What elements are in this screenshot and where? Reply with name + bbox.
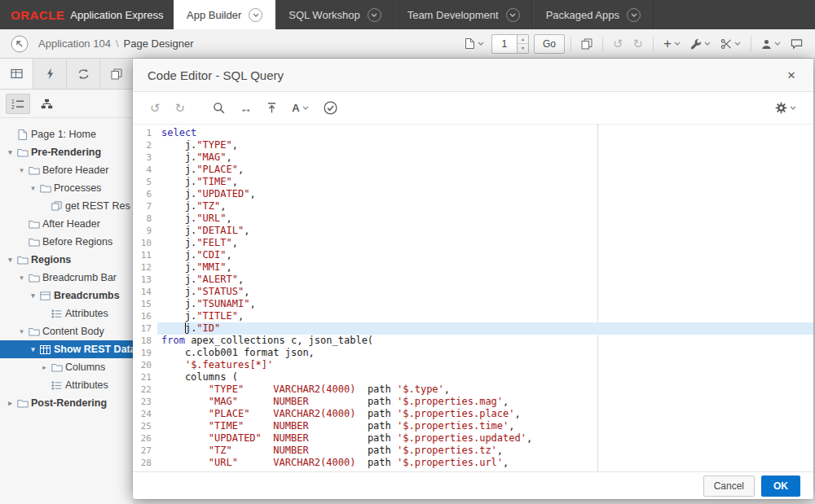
top-tab-sql-workshop[interactable]: SQL Workshop xyxy=(275,0,394,29)
tree-toggle-icon[interactable]: ▾ xyxy=(16,274,27,282)
code-line-20[interactable]: '$.features[*]' xyxy=(157,359,813,371)
top-tab-app-builder[interactable]: App Builder xyxy=(174,0,275,29)
view-order-button[interactable]: 12 xyxy=(6,94,30,114)
tree-item-before-regions[interactable]: Before Regions xyxy=(0,233,133,251)
code-line-5[interactable]: j."TIME", xyxy=(157,176,813,188)
editor-redo-button[interactable]: ↻ xyxy=(169,99,192,117)
code-line-28[interactable]: "URL" VARCHAR2(4000) path '$.properties.… xyxy=(157,457,813,469)
tree-item-show-rest-data[interactable]: ▾Show REST Data xyxy=(0,340,133,358)
editor-settings-button[interactable] xyxy=(769,99,803,117)
code-line-25[interactable]: "TIME" NUMBER path '$.properties.time', xyxy=(157,420,813,432)
code-line-13[interactable]: j."ALERT", xyxy=(157,274,813,286)
tree-item-attributes[interactable]: Attributes xyxy=(0,305,133,322)
code-line-19[interactable]: c.clob001 format json, xyxy=(157,347,813,359)
code-line-8[interactable]: j."URL", xyxy=(157,213,813,225)
view-layout-button[interactable] xyxy=(34,94,59,114)
top-tab-team-development[interactable]: Team Development xyxy=(394,0,533,29)
tree-item-breadcrumbs[interactable]: ▾Breadcrumbs xyxy=(0,287,133,305)
tree-item-label: Processes xyxy=(54,182,101,194)
editor-font-size-button[interactable]: A xyxy=(285,99,315,116)
page-select-button[interactable] xyxy=(460,34,488,53)
editor-validate-button[interactable] xyxy=(317,98,344,118)
code-line-17[interactable]: j."ID" xyxy=(157,322,813,335)
tree-item-breadcrumb-bar[interactable]: ▾Breadcrumb Bar xyxy=(0,269,133,287)
tree-item-regions[interactable]: ▾Regions xyxy=(0,251,133,269)
tree-toggle-icon[interactable]: ▾ xyxy=(28,345,38,353)
code-line-2[interactable]: j."TYPE", xyxy=(157,139,813,151)
code-line-24[interactable]: "PLACE" VARCHAR2(4000) path '$.propertie… xyxy=(157,408,813,420)
tree-toggle-icon[interactable]: ▸ xyxy=(5,399,15,407)
tree-item-pre-rendering[interactable]: ▾Pre-Rendering xyxy=(0,143,133,161)
page-number-input[interactable] xyxy=(491,34,518,54)
line-number: 16 xyxy=(133,310,157,322)
page-copy-button[interactable] xyxy=(577,35,597,53)
code-line-12[interactable]: j."MMI", xyxy=(157,261,813,274)
page-number-down-button[interactable]: ▾ xyxy=(518,44,528,53)
ok-button[interactable]: OK xyxy=(761,476,800,497)
code-line-7[interactable]: j."TZ", xyxy=(157,200,813,213)
go-button[interactable]: Go xyxy=(534,34,565,54)
create-menu-button[interactable]: + xyxy=(659,33,685,54)
breadcrumb-application[interactable]: Application 104 xyxy=(38,37,111,50)
feedback-button[interactable] xyxy=(786,35,807,53)
editor-find-replace-button[interactable]: ↔ xyxy=(233,99,258,117)
code-line-11[interactable]: j."CDI", xyxy=(157,249,813,261)
editor-auto-indent-button[interactable] xyxy=(260,99,284,117)
code-line-18[interactable]: from apex_collections c, json_table( xyxy=(157,335,813,347)
tree-item-before-header[interactable]: ▾Before Header xyxy=(0,161,133,179)
top-tab-packaged-apps[interactable]: Packaged Apps xyxy=(533,0,654,29)
cancel-button[interactable]: Cancel xyxy=(703,476,755,497)
code-line-3[interactable]: j."MAG", xyxy=(157,151,813,164)
code-line-22[interactable]: "TYPE" VARCHAR2(4000) path '$.type', xyxy=(157,383,813,396)
tree-toggle-icon[interactable]: ▾ xyxy=(5,148,15,156)
tab-processing[interactable] xyxy=(67,59,100,89)
code-line-6[interactable]: j."UPDATED", xyxy=(157,188,813,200)
line-number: 7 xyxy=(133,200,157,213)
tree-item-content-body[interactable]: ▾Content Body xyxy=(0,322,133,340)
utilities-menu-button[interactable] xyxy=(686,35,715,53)
editor-undo-button[interactable]: ↺ xyxy=(143,99,167,117)
line-number: 18 xyxy=(133,335,157,347)
code-line-10[interactable]: j."FELT", xyxy=(157,237,813,249)
tree-item-attributes[interactable]: Attributes xyxy=(0,376,133,394)
processing-arrows-icon xyxy=(77,68,90,80)
tree-toggle-icon[interactable]: ▾ xyxy=(28,184,38,192)
tree-item-processes[interactable]: ▾Processes xyxy=(0,179,133,197)
code-line-1[interactable]: select xyxy=(157,127,813,139)
code-line-4[interactable]: j."PLACE", xyxy=(157,164,813,176)
page-number-up-button[interactable]: ▴ xyxy=(518,35,528,45)
code-line-26[interactable]: "UPDATED" NUMBER path '$.properties.upda… xyxy=(157,432,813,445)
page-designer-toolbar: Application 104 \ Page Designer ▴ ▾ Go xyxy=(0,29,815,59)
tree-toggle-icon[interactable]: ▾ xyxy=(16,327,27,335)
shared-components-menu-button[interactable] xyxy=(716,35,745,53)
tree-toggle-icon[interactable]: ▾ xyxy=(28,291,38,300)
tab-shared-components[interactable] xyxy=(100,59,133,89)
redo-button[interactable]: ↻ xyxy=(628,34,647,53)
undo-button[interactable]: ↺ xyxy=(609,34,628,53)
code-line-9[interactable]: j."DETAIL", xyxy=(157,225,813,237)
tree-toggle-icon[interactable]: ▾ xyxy=(5,256,15,264)
tab-dynamic-actions[interactable] xyxy=(33,59,67,89)
code-line-23[interactable]: "MAG" NUMBER path '$.properties.mag', xyxy=(157,396,813,408)
line-number: 22 xyxy=(133,383,157,396)
tree-item-page-1-home[interactable]: Page 1: Home xyxy=(0,125,133,143)
user-menu-button[interactable] xyxy=(757,35,785,53)
tree-toggle-icon[interactable]: ▸ xyxy=(39,363,50,371)
code-line-16[interactable]: j."TITLE", xyxy=(157,310,813,322)
tree-item-post-rendering[interactable]: ▸Post-Rendering xyxy=(0,394,133,412)
code-line-14[interactable]: j."STATUS", xyxy=(157,286,813,298)
tree-item-after-header[interactable]: After Header xyxy=(0,215,133,233)
editor-search-button[interactable] xyxy=(206,99,231,117)
go-to-application-button[interactable] xyxy=(7,32,33,56)
code-line-21[interactable]: columns ( xyxy=(157,371,813,383)
tree-item-get-rest-res[interactable]: get REST Res xyxy=(0,197,133,215)
close-button[interactable]: × xyxy=(784,67,799,84)
code-line-27[interactable]: "TZ" NUMBER path '$.properties.tz', xyxy=(157,445,813,457)
tree-toggle-icon[interactable]: ▾ xyxy=(16,166,27,174)
code-area[interactable]: select j."TYPE", j."MAG", j."PLACE", j."… xyxy=(157,125,813,471)
lightning-icon xyxy=(46,68,55,80)
code-line-15[interactable]: j."TSUNAMI", xyxy=(157,298,813,310)
line-number: 1 xyxy=(133,127,157,139)
tree-item-columns[interactable]: ▸Columns xyxy=(0,358,133,376)
tab-rendering[interactable] xyxy=(0,59,33,89)
